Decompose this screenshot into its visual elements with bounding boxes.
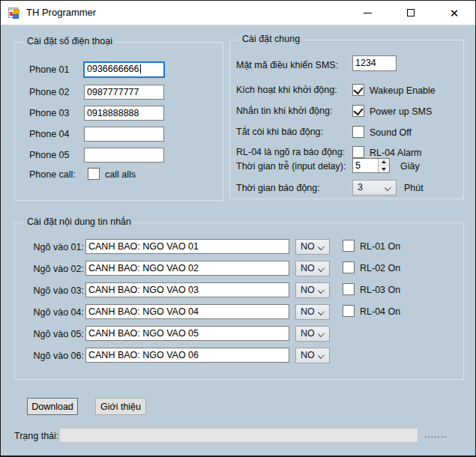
phone-group-title: Cài đặt số điện thoại [24,36,115,46]
phone-05-label: Phone 05 [29,149,70,161]
stepper-up-button[interactable] [379,159,389,166]
minimize-button[interactable] [350,1,385,25]
phone-05-input[interactable] [84,148,164,163]
sms-code-input[interactable]: 1234 [352,55,397,71]
rl-04-alarm-checkbox-label: RL-04 Alarm [370,147,421,159]
input-01-label: Ngõ vào 01: [22,241,84,253]
rl-04-on-label: RL-04 On [360,306,400,318]
phone-call-label: Phone call: [29,169,76,181]
input-05-mode-select[interactable]: NO [295,326,330,342]
maximize-button[interactable] [394,1,428,25]
input-06-mode-select[interactable]: NO [295,348,330,363]
input-03-message[interactable]: CANH BAO: NGO VAO 03 [85,282,289,297]
phone-03-input[interactable]: 0918888888 [84,106,164,121]
input-01-message[interactable]: CANH BAO: NGO VAO 01 [85,239,289,254]
arrow-up-icon [382,160,386,163]
input-06-label: Ngõ vào 06: [22,350,84,362]
phone-04-label: Phone 04 [29,128,70,140]
call-alls-checkbox[interactable] [88,168,100,180]
text-caret [140,64,141,73]
minimize-icon [364,13,372,13]
alarm-time-label: Thời gian báo động: [236,182,320,194]
input-02-mode-select[interactable]: NO [295,261,330,276]
input-06-message[interactable]: CANH BAO: NGO VAO 06 [85,348,289,363]
power-up-sms-checkbox-label: Power up SMS [370,106,432,118]
status-label: Trạng thái: [14,430,58,442]
close-icon: ✕ [450,7,460,19]
general-group-title: Cài đặt chung [239,34,303,44]
chevron-down-icon [318,309,325,315]
status-dots: ....... [424,429,447,440]
phone-02-label: Phone 02 [29,86,70,98]
rl-02-on-checkbox[interactable] [343,261,355,273]
chevron-down-icon [385,184,391,191]
download-button[interactable]: Download [27,398,78,415]
phone-01-input[interactable]: 0936666666 [83,61,165,78]
maximize-icon [407,9,415,16]
arrow-down-icon [382,168,386,171]
window-title: TH Programmer [26,1,96,25]
close-button[interactable]: ✕ [437,1,472,25]
status-field [59,428,418,443]
rl04-alarm-row-label: RL-04 là ngõ ra báo động: [236,146,345,158]
stepper-down-button[interactable] [379,166,389,172]
message-group-title: Cài đặt nội dung tin nhắn [24,217,134,227]
input-04-message[interactable]: CANH BAO: NGO VAO 04 [85,304,289,319]
input-04-label: Ngõ vào 04: [22,306,84,318]
soundoff-row-label: Tắt còi khi báo động: [236,126,323,138]
input-01-mode-select[interactable]: NO [295,239,330,255]
chevron-down-icon [318,265,325,272]
wakeup-enable-checkbox[interactable] [352,84,364,96]
about-button[interactable]: Giới thiệu [95,398,146,415]
input-03-mode-select[interactable]: NO [295,282,330,298]
rl-01-on-label: RL-01 On [360,240,400,252]
sound-off-checkbox-label: Sound Off [370,127,412,139]
app-window: TH Programmer ✕ Cài đặt số điện thoại Ph… [0,0,476,457]
wakeup-enable-checkbox-label: Wakeup Enable [370,85,436,97]
general-settings-group: Cài đặt chung Mật mã điều khiển SMS: 123… [229,40,464,199]
chevron-down-icon [318,352,325,359]
rl-03-on-checkbox[interactable] [343,283,355,295]
sound-off-checkbox[interactable] [352,126,364,138]
phone-settings-group: Cài đặt số điện thoại Phone 01 093666666… [14,42,223,201]
rl-03-on-label: RL-03 On [360,284,400,296]
input-delay-stepper[interactable]: 5 [352,158,390,173]
input-02-label: Ngõ vào 02: [22,263,84,275]
input-delay-value: 5 [355,160,361,172]
input-02-message[interactable]: CANH BAO: NGO VAO 02 [85,261,289,276]
chevron-down-icon [318,330,325,337]
input-05-message[interactable]: CANH BAO: NGO VAO 05 [85,326,289,341]
input-05-label: Ngõ vào 05: [22,328,84,340]
power-up-sms-checkbox[interactable] [352,105,364,117]
phone-02-input[interactable]: 0987777777 [84,85,164,100]
rl-04-on-checkbox[interactable] [343,305,355,317]
rl-02-on-label: RL-02 On [360,262,400,274]
phone-04-input[interactable] [84,127,164,142]
powerup-row-label: Nhắn tin khi khởi động: [236,105,332,117]
rl-01-on-checkbox[interactable] [343,240,355,252]
phone-01-label: Phone 01 [29,64,70,76]
chevron-down-icon [318,243,325,250]
app-icon [8,7,20,19]
alarm-time-value: 3 [358,182,363,193]
input-delay-label: Thời gian trễ (input delay): [236,160,346,172]
alarm-time-select[interactable]: 3 [352,180,397,196]
alarm-time-unit: Phút [404,182,424,194]
input-04-mode-select[interactable]: NO [295,304,330,320]
rl-04-alarm-checkbox[interactable] [352,146,364,158]
message-settings-group: Cài đặt nội dung tin nhắn Ngõ vào 01: CA… [14,223,464,380]
input-03-label: Ngõ vào 03: [22,285,84,297]
chevron-down-icon [318,287,325,294]
call-alls-checkbox-label: call alls [105,169,136,181]
sms-code-label: Mật mã điều khiển SMS: [236,59,338,71]
input-delay-unit: Giây [400,160,420,172]
wakeup-row-label: Kích hoạt khi khởi động: [236,84,337,96]
phone-03-label: Phone 03 [29,107,70,119]
title-bar: TH Programmer ✕ [1,1,475,25]
